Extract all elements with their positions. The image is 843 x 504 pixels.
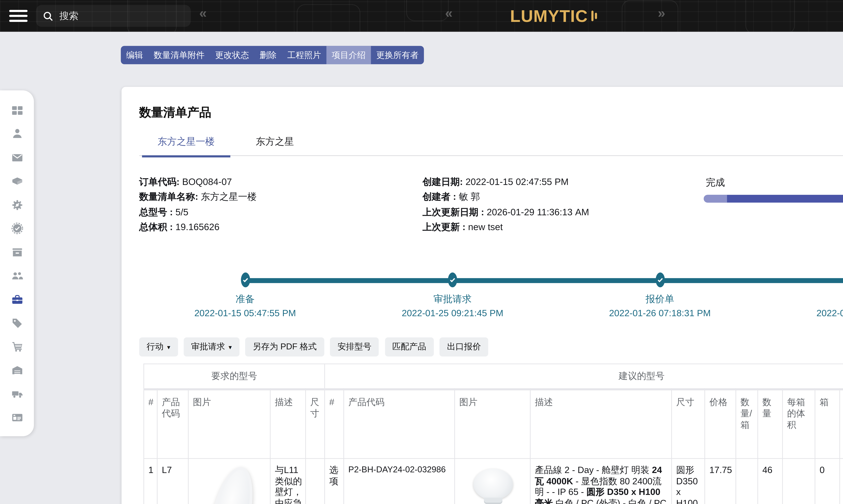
sidebar-item-orders[interactable] xyxy=(11,341,23,352)
requested-models-group-header: 要求的型号 xyxy=(144,364,325,389)
boq-products-card: 数量清单产品 + 添加 东方之星一楼 东方之星 订单代码: BOQ084-07 … xyxy=(122,87,843,504)
col-sug-description: 描述 xyxy=(530,389,672,458)
total-volume-row: 总体积 : 19.165626 xyxy=(139,220,257,235)
match-products-button[interactable]: 匹配产品 xyxy=(385,337,434,357)
col-req-image: 图片 xyxy=(188,389,270,458)
delete-button[interactable]: 删除 xyxy=(254,46,282,64)
col-req-size: 尺寸 xyxy=(306,389,325,458)
timeline-node-quotation xyxy=(655,273,665,287)
tab-dongfang-floor1[interactable]: 东方之星一楼 xyxy=(142,128,230,156)
cell-boxes: 0 xyxy=(815,458,840,504)
timeline-step-date: 2022-01-15 05:47:55 PM xyxy=(160,308,330,318)
timeline-step-date: 2022-01-26 09:08:29 PM xyxy=(782,308,843,318)
timeline-node-prepare xyxy=(241,273,250,287)
col-req-description: 描述 xyxy=(270,389,306,458)
timeline-step-date: 2022-01-26 07:18:31 PM xyxy=(575,308,745,318)
cell-sug-option: 选项 1 xyxy=(325,458,344,504)
top-navbar: « « » » « LUMYTIC T 9 xyxy=(0,0,843,32)
cell-req-size xyxy=(306,458,325,504)
sidebar-item-warehouse[interactable] xyxy=(11,364,23,376)
sidebar-item-inbox[interactable] xyxy=(11,247,23,258)
sidebar-item-tags[interactable] xyxy=(11,317,23,329)
change-status-button[interactable]: 更改状态 xyxy=(210,46,254,64)
record-action-bar: 编辑 数量清单附件 更改状态 删除 工程照片 项目介绍 更换所有者 xyxy=(121,46,424,64)
truck-icon xyxy=(11,388,23,400)
inbox-icon xyxy=(11,246,23,258)
caret-down-icon: ▾ xyxy=(229,343,232,350)
tab-dongfang[interactable]: 东方之星 xyxy=(243,128,307,156)
timeline-step-date: 2022-01-25 09:21:45 PM xyxy=(368,308,537,318)
timeline-step-name: 准备 xyxy=(160,293,330,306)
requested-product-photo xyxy=(200,463,260,504)
created-date-row: 创建日期: 2022-01-15 02:47:55 PM xyxy=(423,174,589,190)
sidebar-item-users[interactable] xyxy=(11,270,23,281)
timeline-track xyxy=(245,278,843,283)
actions-dropdown[interactable]: 行动 ▾ xyxy=(139,337,178,357)
total-models-row: 总型号 : 5/5 xyxy=(139,204,257,220)
col-sug-size: 尺寸 xyxy=(672,389,705,458)
edit-button[interactable]: 编辑 xyxy=(121,46,148,64)
timeline-step-name: 报价单 xyxy=(575,293,745,306)
progress-bar xyxy=(704,195,843,203)
suggested-models-group-header: 建议的型号 xyxy=(325,364,843,389)
tag-icon xyxy=(11,317,23,329)
search-bar[interactable] xyxy=(36,5,191,27)
sidebar-item-settings[interactable] xyxy=(11,199,23,210)
sidebar-item-dashboard[interactable] xyxy=(11,105,23,116)
sidebar-item-projects-active[interactable] xyxy=(11,294,23,305)
cell-row-index: 1 xyxy=(144,458,157,504)
progress-label: 完成 xyxy=(706,177,725,189)
export-quote-button[interactable]: 出口报价 xyxy=(440,337,488,357)
table-toolbar: 行动 ▾ 审批请求 ▾ 另存为 PDF 格式 安排型号 匹配产品 出口报价 xyxy=(139,337,495,357)
users-icon xyxy=(11,270,23,282)
search-icon xyxy=(43,11,53,21)
sidebar-item-package[interactable] xyxy=(11,175,23,187)
cell-price: 17.75 xyxy=(705,458,736,504)
settings-gear-icon xyxy=(11,199,23,211)
order-code-row: 订单代码: BOQ084-07 xyxy=(139,174,257,190)
sidebar-item-mail[interactable] xyxy=(11,152,23,163)
cell-volume-per-box xyxy=(782,458,815,504)
approval-request-dropdown[interactable]: 审批请求 ▾ xyxy=(184,337,239,357)
cell-sug-size: 圆形 D350 x H100 xyxy=(672,458,705,504)
creator-row: 创建者 : 敏 郭 xyxy=(423,190,589,205)
menu-icon[interactable] xyxy=(9,10,28,22)
timeline-step-name: 审批请求 xyxy=(368,293,537,306)
sidebar-item-accounts[interactable] xyxy=(11,412,23,423)
search-input[interactable] xyxy=(58,10,164,22)
col-sug-product-code: 产品代码 xyxy=(344,389,455,458)
boq-products-table: 要求的型号 建议的型号 # 产品代码 图片 描述 尺寸 # 产品代码 图片 描述… xyxy=(143,363,843,504)
col-size-per-box: 尺寸/箱 xyxy=(840,389,843,458)
app-viewport: « « » » « LUMYTIC T 9 xyxy=(0,0,843,504)
package-icon xyxy=(11,175,23,187)
sidebar-item-user[interactable] xyxy=(11,128,23,140)
briefcase-icon xyxy=(11,293,23,305)
cell-qty-per-box xyxy=(736,458,758,504)
cell-sug-code: P2-BH-DAY24-02-032986 xyxy=(344,458,455,504)
cell-size-per-box: 0 xyxy=(840,458,843,504)
suggested-product-photo xyxy=(474,469,513,504)
timeline-node-approval xyxy=(448,273,457,287)
cell-qty: 46 xyxy=(758,458,782,504)
group-header-row: 要求的型号 建议的型号 xyxy=(144,364,843,389)
cell-sug-description: 產品線 2 - Day - 舱壁灯 明装 24瓦 4000K - 显色指数 80… xyxy=(530,458,672,504)
page-title: 数量清单产品 xyxy=(139,105,211,121)
cell-req-image xyxy=(188,458,270,504)
chevron-left-decoration: « xyxy=(445,6,452,21)
project-photos-button[interactable]: 工程照片 xyxy=(282,46,326,64)
check-icon xyxy=(657,277,663,283)
sidebar-item-shipping[interactable] xyxy=(11,388,23,399)
chevron-right-decoration: » xyxy=(658,6,665,21)
sidebar-item-certification[interactable] xyxy=(11,223,23,234)
change-owner-button[interactable]: 更换所有者 xyxy=(371,46,424,64)
col-volume-per-box: 每箱的体积 xyxy=(782,389,815,458)
dashboard-icon xyxy=(11,104,23,116)
arrange-models-button[interactable]: 安排型号 xyxy=(330,337,379,357)
caret-down-icon: ▾ xyxy=(167,343,170,350)
table-row[interactable]: 1 L7 与L11类似的壁灯，由应急中 选项 1 P2-BH-DAY24-02-… xyxy=(144,458,843,504)
project-intro-button[interactable]: 项目介绍 xyxy=(326,46,371,64)
boq-attachment-button[interactable]: 数量清单附件 xyxy=(148,46,210,64)
column-header-row: # 产品代码 图片 描述 尺寸 # 产品代码 图片 描述 尺寸 价格 数量/箱 … xyxy=(144,389,843,458)
col-sug-image: 图片 xyxy=(455,389,530,458)
save-as-pdf-button[interactable]: 另存为 PDF 格式 xyxy=(245,337,324,357)
